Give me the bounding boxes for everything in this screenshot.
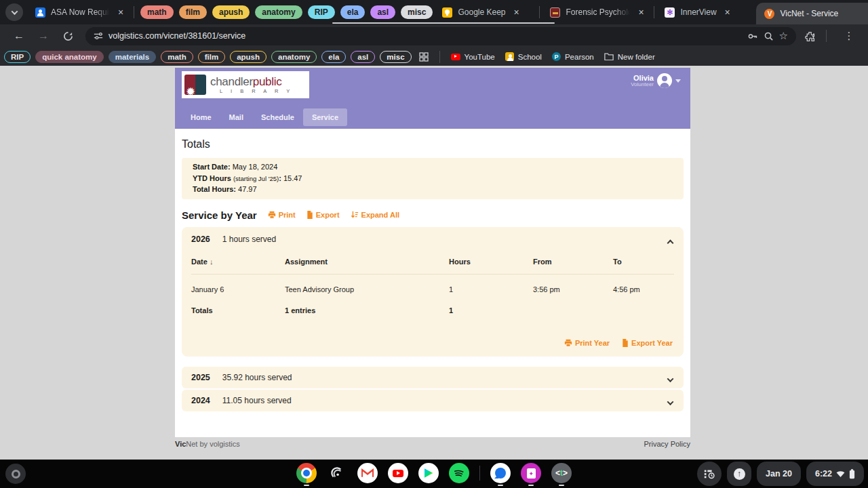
sort-down-icon: ↓ [210,258,214,266]
account-name: Olivia [631,74,654,82]
bookmark-group-asl[interactable]: asl [351,51,375,63]
quick-settings-button[interactable]: 6:22 [806,462,864,486]
tab-vicnet-active[interactable]: V VicNet - Service × [756,3,868,24]
site-settings-icon[interactable] [94,31,103,41]
print-link[interactable]: Print [268,211,296,219]
forward-button[interactable]: → [35,27,52,45]
url-text[interactable]: volgistics.com/vicnet/381601/service [108,31,741,41]
calendar-date-button[interactable]: Jan 20 [757,462,801,486]
volgistics-link[interactable]: volgistics [210,440,240,448]
bookmark-label: New folder [618,53,655,61]
tab-group-misc[interactable]: misc [401,5,433,19]
col-hours[interactable]: Hours [449,258,533,266]
bookmark-group-ela[interactable]: ela [321,51,346,63]
bookmark-star-icon[interactable]: ☆ [779,30,788,42]
tab-group-apush[interactable]: apush [212,5,250,19]
back-button[interactable]: ← [10,27,28,45]
google-play-app-icon[interactable] [418,463,439,483]
tab-group-film[interactable]: film [179,5,207,19]
cell-to: 4:56 pm [613,285,674,293]
tab-innerview[interactable]: ✻ InnerView × [658,0,756,24]
year-2026-header[interactable]: 2026 1 hours served [182,227,684,251]
close-icon[interactable]: × [511,7,522,18]
address-bar[interactable]: volgistics.com/vicnet/381601/service ☆ [85,27,796,45]
bookmark-group-apush[interactable]: apush [230,51,267,63]
export-link[interactable]: Export [307,211,340,219]
nav-service[interactable]: Service [303,108,347,126]
tab-google-keep[interactable]: Google Keep × [435,0,536,24]
chevron-down-icon[interactable] [668,396,673,408]
forensic-favicon [550,7,560,18]
close-icon[interactable]: × [115,7,126,18]
service-table-2026: Date ↓ Assignment Hours From To January … [191,251,674,324]
bookmark-group-rip[interactable]: RIP [4,51,31,63]
bookmark-group-math[interactable]: math [161,51,193,63]
spotify-app-icon[interactable] [449,463,469,483]
chevron-down-icon[interactable] [668,373,673,385]
gmail-app-icon[interactable] [357,463,378,483]
screen-capture-tray-button[interactable] [697,462,722,486]
tab-groups-grid-icon[interactable] [419,52,429,62]
chrome-app-icon[interactable] [296,463,317,483]
export-year-link[interactable]: Export Year [622,339,673,347]
print-year-link[interactable]: Print Year [564,339,610,347]
year-summary: 35.92 hours served [222,373,292,382]
bookmark-new-folder[interactable]: New folder [601,52,658,62]
bookmark-group-anatomy[interactable]: anatomy [271,51,317,63]
col-date[interactable]: Date ↓ [191,258,285,266]
tab-forensic[interactable]: Forensic Psychology × [543,0,650,24]
text-editor-app-icon[interactable]: <t> [551,463,572,483]
tab-group-math[interactable]: math [140,5,174,19]
status-area: ↑ Jan 20 6:22 [697,462,864,486]
bookmark-pearson[interactable]: P Pearson [549,52,597,61]
reload-button[interactable] [59,27,77,45]
gallery-app-icon[interactable]: ✦ [521,463,541,483]
close-icon[interactable]: × [722,7,733,18]
year-bar-2024[interactable]: 2024 11.05 hours served [182,390,684,411]
bookmark-school[interactable]: School [502,52,545,61]
bookmark-group-materials[interactable]: materials [108,51,157,63]
bookmark-label: Pearson [565,53,594,61]
close-icon[interactable]: × [635,7,646,18]
extensions-puzzle-icon[interactable] [804,30,816,42]
tab-separator [654,6,654,18]
bookmark-group-film[interactable]: film [198,51,225,63]
col-from[interactable]: From [533,258,613,266]
expand-all-link[interactable]: Expand All [351,211,399,219]
col-to[interactable]: To [613,258,674,266]
account-menu[interactable]: Olivia Volunteer [631,73,681,88]
starburst-icon: ✹ [186,86,195,98]
launcher-button[interactable] [5,464,26,484]
bookmark-label: School [518,53,542,61]
tab-search-button[interactable] [5,3,23,21]
radio-waves-app-icon[interactable] [327,463,347,483]
zoom-icon[interactable] [764,31,774,41]
launcher-icon [12,470,20,479]
password-key-icon[interactable] [747,30,758,42]
bookmark-group-quick-anatomy[interactable]: quick anatomy [35,51,104,63]
bookmark-youtube[interactable]: YouTube [448,53,498,61]
year-bar-2025[interactable]: 2025 35.92 hours served [182,367,684,388]
tab-group-asl[interactable]: asl [370,5,395,19]
nav-schedule[interactable]: Schedule [252,108,303,126]
update-arrow-icon: ↑ [734,468,745,480]
totals-label: Totals [191,306,285,314]
battery-icon [849,469,855,479]
messages-app-icon[interactable] [490,463,511,483]
tab-asa[interactable]: ASA Now Required E × [28,0,130,24]
update-available-button[interactable]: ↑ [727,462,751,486]
nav-mail[interactable]: Mail [220,108,252,126]
privacy-policy-link[interactable]: Privacy Policy [644,440,690,448]
chevron-up-icon[interactable] [668,236,673,248]
tab-group-rip[interactable]: RIP [308,5,335,19]
menu-kebab-icon[interactable]: ⋮ [840,27,858,45]
tab-group-anatomy[interactable]: anatomy [255,5,302,19]
year-label: 2026 [191,235,210,244]
library-logo-mark: ✹ [184,75,206,95]
youtube-app-icon[interactable] [388,463,408,483]
tab-group-ela[interactable]: ela [340,5,366,19]
bookmark-group-misc[interactable]: misc [380,51,411,63]
tab-strip: ASA Now Required E × math film apush ana… [0,0,868,24]
col-assignment[interactable]: Assignment [285,258,449,266]
nav-home[interactable]: Home [182,108,220,126]
